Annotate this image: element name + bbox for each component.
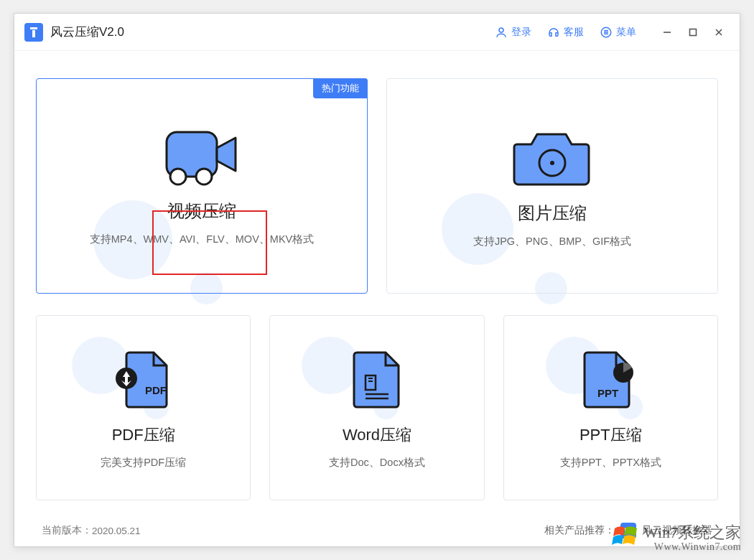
footer: 当前版本： 2020.05.21 相关产品推荐： 风云视频转换器: [14, 515, 740, 546]
svg-point-2: [499, 28, 503, 32]
card-image-compress[interactable]: 图片压缩 支持JPG、PNG、BMP、GIF格式: [386, 78, 718, 294]
user-icon: [495, 26, 508, 39]
headset-icon: [547, 26, 560, 39]
support-label: 客服: [564, 26, 584, 39]
version-label: 当前版本：: [42, 524, 92, 537]
menu-button[interactable]: 菜单: [595, 23, 641, 42]
svg-text:PPT: PPT: [597, 387, 618, 399]
recommend-product-icon: [620, 523, 636, 538]
login-button[interactable]: 登录: [490, 23, 536, 42]
main-content: 热门功能 视频压缩 支持MP4、WMV、AVI、FLV、MOV、MKV格式: [14, 51, 740, 515]
support-button[interactable]: 客服: [543, 23, 588, 42]
maximize-button[interactable]: [682, 22, 704, 43]
titlebar: 风云压缩V2.0 登录 客服 菜单: [14, 14, 740, 51]
card-title: Word压缩: [343, 424, 411, 446]
card-desc: 支持PPT、PPTX格式: [560, 456, 661, 470]
close-button[interactable]: [708, 22, 730, 43]
card-desc: 支持JPG、PNG、BMP、GIF格式: [473, 235, 631, 248]
card-video-compress[interactable]: 热门功能 视频压缩 支持MP4、WMV、AVI、FLV、MOV、MKV格式: [36, 78, 368, 294]
ppt-icon: PPT: [577, 347, 643, 416]
svg-point-12: [170, 169, 186, 185]
svg-rect-8: [690, 29, 697, 35]
pdf-icon: PDF: [111, 347, 177, 416]
svg-rect-1: [32, 30, 35, 37]
card-ppt-compress[interactable]: PPT PPT压缩 支持PPT、PPTX格式: [503, 315, 718, 500]
card-desc: 完美支持PDF压缩: [101, 456, 186, 470]
hot-badge: 热门功能: [313, 78, 368, 98]
camera-icon: [510, 124, 595, 193]
card-word-compress[interactable]: Word压缩 支持Doc、Docx格式: [269, 315, 484, 500]
word-icon: [347, 347, 407, 416]
svg-point-15: [550, 161, 554, 165]
app-title: 风云压缩V2.0: [50, 24, 124, 40]
menu-icon: [600, 26, 613, 39]
card-title: 视频压缩: [167, 200, 236, 223]
card-pdf-compress[interactable]: PDF PDF压缩 完美支持PDF压缩: [36, 315, 251, 500]
minimize-button[interactable]: [656, 22, 678, 43]
recommend-section: 相关产品推荐： 风云视频转换器: [544, 523, 712, 538]
menu-label: 菜单: [616, 26, 636, 39]
window-controls: [656, 22, 730, 43]
video-icon: [162, 126, 241, 191]
version-value: 2020.05.21: [92, 526, 141, 536]
card-title: PDF压缩: [112, 424, 175, 446]
svg-rect-0: [30, 27, 37, 29]
svg-point-13: [196, 169, 212, 185]
recommend-label: 相关产品推荐：: [544, 524, 615, 537]
card-title: 图片压缩: [518, 202, 587, 225]
card-title: PPT压缩: [580, 424, 642, 446]
svg-text:PDF: PDF: [145, 384, 167, 396]
app-logo-icon: [24, 23, 43, 42]
card-desc: 支持Doc、Docx格式: [329, 456, 425, 470]
login-label: 登录: [511, 26, 531, 39]
recommend-product[interactable]: 风云视频转换器: [642, 524, 712, 537]
app-window: 风云压缩V2.0 登录 客服 菜单 热门功能: [14, 13, 740, 547]
card-desc: 支持MP4、WMV、AVI、FLV、MOV、MKV格式: [90, 233, 315, 246]
